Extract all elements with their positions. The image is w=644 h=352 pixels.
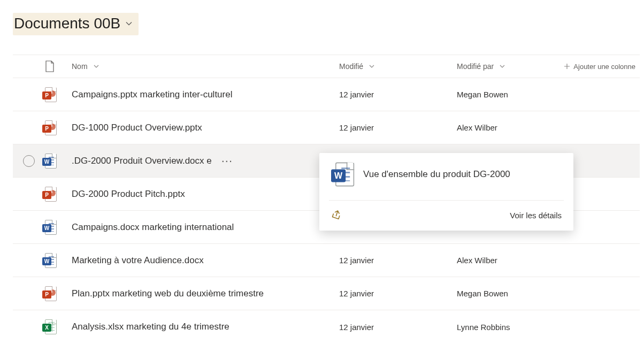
powerpoint-icon: [45, 87, 57, 102]
excel-icon: [45, 319, 57, 334]
chevron-down-icon: [369, 63, 375, 70]
table-row[interactable]: Analysis.xlsx marketing du 4e trimestre …: [13, 310, 640, 343]
modified-by: Megan Bowen: [457, 90, 564, 99]
chevron-down-icon: [125, 19, 133, 28]
share-button[interactable]: [331, 209, 343, 221]
modified-by: Megan Bowen: [457, 289, 564, 298]
file-name[interactable]: .DG-2000 Produit Overview.docx e: [72, 156, 212, 166]
word-icon: [45, 220, 57, 235]
file-name[interactable]: DG-1000 Product Overview.pptx: [72, 123, 202, 133]
file-type-column-header[interactable]: [45, 60, 72, 72]
plus-icon: [564, 63, 570, 70]
table-row[interactable]: Plan.pptx marketing web du deuxième trim…: [13, 277, 640, 310]
modified-date: 12 janvier: [339, 323, 457, 332]
chevron-down-icon: [93, 63, 99, 70]
column-header-row: Nom Modifié Modifié par Ajouter une colo…: [13, 55, 640, 78]
file-hover-card: Vue d'ensemble du produit DG-2000 Voir l…: [319, 153, 573, 231]
modifiedby-column-header[interactable]: Modifié par: [457, 62, 564, 71]
modified-date: 12 janvier: [339, 289, 457, 298]
library-title-dropdown[interactable]: Documents 00B: [13, 13, 139, 35]
modified-by: Alex Wilber: [457, 123, 564, 132]
name-column-header[interactable]: Nom: [72, 62, 339, 71]
file-name[interactable]: DG-2000 Product Pitch.pptx: [72, 189, 185, 200]
file-name[interactable]: Campaigns.pptx marketing inter-culturel: [72, 89, 232, 100]
file-name[interactable]: Marketing à votre Audience.docx: [72, 255, 204, 266]
file-name[interactable]: Analysis.xlsx marketing du 4e trimestre: [72, 322, 229, 332]
library-title: Documents 00B: [14, 15, 120, 32]
modified-by: Alex Wilber: [457, 256, 564, 265]
table-row[interactable]: DG-1000 Product Overview.pptx 12 janvier…: [13, 111, 640, 144]
select-circle[interactable]: [23, 155, 35, 167]
hover-card-title: Vue d'ensemble du produit DG-2000: [363, 169, 510, 180]
powerpoint-icon: [45, 286, 57, 301]
word-icon: [332, 167, 347, 182]
modified-date: 12 janvier: [339, 256, 457, 265]
powerpoint-icon: [45, 120, 57, 135]
file-name[interactable]: Plan.pptx marketing web du deuxième trim…: [72, 288, 264, 299]
powerpoint-icon: [45, 187, 57, 202]
modified-date: 12 janvier: [339, 123, 457, 132]
file-name[interactable]: Campaigns.docx marketing international: [72, 222, 234, 233]
modified-column-header[interactable]: Modifié: [339, 62, 457, 71]
table-row[interactable]: Marketing à votre Audience.docx 12 janvi…: [13, 244, 640, 277]
word-icon: [45, 253, 57, 268]
modified-date: 12 janvier: [339, 90, 457, 99]
add-column-button[interactable]: Ajouter une colonne: [564, 63, 640, 71]
chevron-down-icon: [499, 63, 505, 70]
more-actions-button[interactable]: ···: [221, 155, 233, 167]
modified-by: Lynne Robbins: [457, 323, 564, 332]
see-details-link[interactable]: Voir les détails: [510, 211, 562, 220]
word-icon: [45, 154, 57, 169]
table-row[interactable]: Campaigns.pptx marketing inter-culturel …: [13, 78, 640, 111]
